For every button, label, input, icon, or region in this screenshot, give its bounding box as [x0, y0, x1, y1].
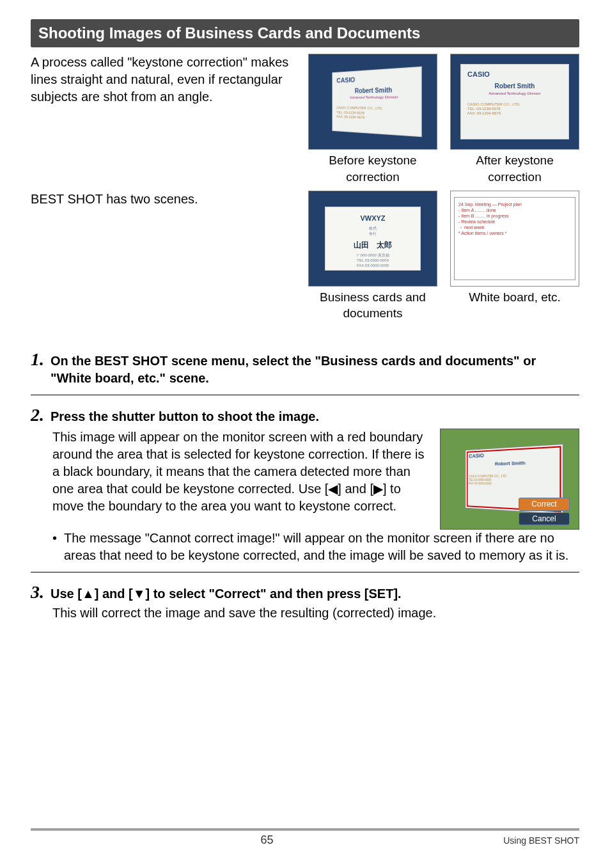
figure-caption: After keystone correction [450, 152, 579, 185]
card-brand: CASIO [467, 70, 562, 79]
step-body: This image will appear on the monitor sc… [52, 429, 431, 515]
procedure-steps: 1. On the BEST SHOT scene menu, select t… [31, 340, 579, 629]
best-shot-line: BEST SHOT has two scenes. [31, 191, 297, 208]
step-title: On the BEST SHOT scene menu, select the … [51, 352, 579, 387]
intro-row: A process called "keystone correction" m… [31, 54, 579, 185]
footer-section: Using BEST SHOT [503, 835, 579, 847]
page-number: 65 [31, 832, 503, 848]
jp-card-logo: VWXYZ [332, 214, 414, 223]
intro-text: A process called "keystone correction" m… [31, 54, 297, 106]
step-number: 2. [31, 403, 44, 427]
figure-whiteboard: 24 Sep. Meeting — Project plan - Item A … [450, 191, 579, 322]
section-heading: Shooting Images of Business Cards and Do… [31, 19, 579, 47]
monitor-preview: CASIO Robert Smith CASIO COMPUTER CO., L… [440, 429, 579, 530]
card-name: Robert Smith [467, 82, 562, 91]
step-number: 3. [31, 580, 44, 604]
step-3: 3. Use [▲] and [▼] to select "Correct" a… [31, 572, 579, 629]
page-footer: 65 Using BEST SHOT [0, 832, 610, 848]
figure-caption: White board, etc. [469, 289, 561, 306]
step-note: The message "Cannot correct image!" will… [52, 530, 579, 564]
figure-business-cards: VWXYZ 株式会社 山田 太郎 〒000-0000 東京都TEL:03-000… [308, 191, 437, 322]
figure-before-keystone: CASIO Robert Smith Advanced Technology D… [308, 54, 437, 185]
figure-caption: Before keystone correction [308, 152, 437, 185]
step-1: 1. On the BEST SHOT scene menu, select t… [31, 340, 579, 395]
scenes-row: BEST SHOT has two scenes. VWXYZ 株式会社 山田 … [31, 191, 579, 322]
jp-card-name: 山田 太郎 [332, 240, 414, 250]
cancel-button[interactable]: Cancel [519, 512, 570, 525]
card-brand: CASIO [336, 72, 415, 86]
figure-caption: Business cards and documents [308, 289, 437, 322]
step-title: Use [▲] and [▼] to select "Correct" and … [51, 585, 402, 603]
correct-button[interactable]: Correct [519, 498, 570, 510]
step-title: Press the shutter button to shoot the im… [51, 408, 319, 425]
step-2: 2. Press the shutter button to shoot the… [31, 395, 579, 572]
step-body: This will correct the image and save the… [52, 604, 579, 622]
figure-after-keystone: CASIO Robert Smith Advanced Technology D… [450, 54, 579, 185]
step-number: 1. [31, 347, 44, 372]
